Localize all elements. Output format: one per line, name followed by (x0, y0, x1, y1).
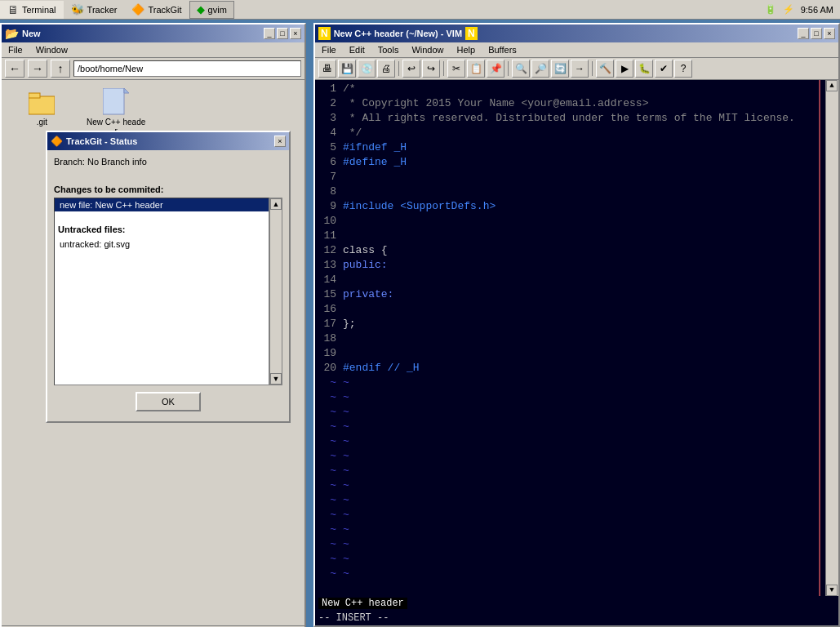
dialog-untracked-item-0[interactable]: untracked: git.svg (55, 238, 269, 251)
vim-window: N New C++ header (~/New) - VIM N _ □ × F… (313, 23, 840, 627)
vim-line-numbers: 12345 678910 1112131415 1617181920 ~ ~ ~… (315, 80, 340, 596)
vim-tb-find-btn[interactable]: 🔍 (512, 60, 530, 78)
fm-title: 📂 New (5, 27, 41, 40)
vim-editor[interactable]: 12345 678910 1112131415 1617181920 ~ ~ ~… (315, 80, 838, 596)
vim-title-text: New C++ header (~/New) - VIM (334, 29, 462, 38)
vim-tb-debug-btn[interactable]: 🐛 (635, 60, 653, 78)
dialog-scrollbar[interactable]: ▲ ▼ (269, 198, 282, 385)
vim-tb-redo-btn[interactable]: ↪ (422, 60, 440, 78)
dialog-change-item-0[interactable]: new file: New C++ header (55, 198, 269, 211)
vim-tb-help-btn[interactable]: ? (674, 60, 692, 78)
vim-tb-run-btn[interactable]: ▶ (616, 60, 633, 78)
vim-tb-cut-btn[interactable]: ✂ (447, 60, 465, 78)
dialog-title-text: TrackGit - Status (66, 136, 137, 146)
scrollbar-up-btn[interactable]: ▲ (270, 198, 282, 210)
fm-address-input[interactable] (73, 60, 301, 77)
vim-maximize-btn[interactable]: □ (811, 28, 822, 39)
power-icon: ⚡ (783, 4, 794, 15)
vim-tb-findnext-btn[interactable]: 🔎 (531, 60, 549, 78)
taskbar-terminal[interactable]: 🖥 Terminal (0, 1, 64, 19)
fm-up-btn[interactable]: ↑ (51, 60, 70, 78)
vim-statusbar: New C++ header (315, 596, 838, 611)
vim-title-icon: N (318, 27, 331, 40)
vim-menu-file[interactable]: File (315, 43, 343, 56)
vim-menu-help[interactable]: Help (451, 43, 482, 56)
fm-file-header-icon (103, 90, 129, 116)
vim-margin-line (819, 80, 820, 596)
svg-rect-0 (29, 96, 55, 114)
taskbar-tracker-label: Tracker (87, 5, 118, 15)
vim-tb-sep1 (398, 61, 399, 76)
vim-menu: File Edit Tools Window Help Buffers (315, 42, 838, 58)
fm-menu-file[interactable]: File (2, 43, 29, 56)
dialog-close-btn[interactable]: × (274, 136, 286, 147)
fm-maximize-btn[interactable]: □ (277, 28, 288, 39)
vim-tb-copy-btn[interactable]: 📋 (467, 60, 485, 78)
tracker-icon: 🐝 (71, 3, 84, 16)
vim-tb-print-btn[interactable]: 🖶 (318, 60, 336, 78)
vim-menu-edit[interactable]: Edit (343, 43, 371, 56)
vim-scrollbar[interactable]: ▲ ▼ (825, 80, 838, 596)
fm-forward-btn[interactable]: → (28, 60, 47, 78)
battery-icon: 🔋 (765, 4, 776, 15)
fm-toolbar: ← → ↑ (2, 58, 304, 80)
dialog-ok-area: OK (54, 385, 282, 415)
terminal-icon: 🖥 (7, 3, 19, 16)
vim-tb-sep3 (508, 61, 509, 76)
dialog-content: Branch: No Branch info Changes to be com… (47, 150, 289, 421)
fm-menu: File Window (2, 42, 304, 58)
fm-menu-window[interactable]: Window (29, 43, 74, 56)
vim-close-btn[interactable]: × (824, 28, 835, 39)
vim-tb-undo-btn[interactable]: ↩ (402, 60, 420, 78)
vim-menu-tools[interactable]: Tools (371, 43, 406, 56)
dialog-list[interactable]: new file: New C++ header Untracked files… (54, 198, 269, 385)
trackgit-dialog: 🔶 TrackGit - Status × Branch: No Branch … (46, 131, 291, 423)
vim-tb-save-btn[interactable]: 💾 (338, 60, 356, 78)
vim-code-area[interactable]: /* * Copyright 2015 Your Name <your@emai… (340, 80, 819, 596)
vim-tb-paste-btn[interactable]: 📌 (487, 60, 504, 78)
vim-tb-sep2 (443, 61, 444, 76)
svg-rect-2 (103, 88, 124, 114)
dialog-branch-line: Branch: No Branch info (54, 157, 282, 167)
vim-tb-sep4 (592, 61, 593, 76)
vim-minimize-btn[interactable]: _ (798, 28, 809, 39)
vim-tb-goto-btn[interactable]: → (571, 60, 589, 78)
dialog-changes-title: Changes to be commited: (54, 185, 282, 194)
vim-tb-compile-btn[interactable]: 🔨 (596, 60, 614, 78)
taskbar-right: 🔋 ⚡ 9:56 AM (765, 4, 840, 15)
clock: 9:56 AM (801, 5, 833, 15)
fm-close-btn[interactable]: × (290, 28, 301, 39)
vim-scrollbar-up[interactable]: ▲ (826, 80, 838, 91)
trackgit-icon: 🔶 (131, 3, 144, 16)
vim-scrollbar-track[interactable] (826, 91, 838, 585)
vim-status-filename: New C++ header (318, 598, 407, 609)
svg-marker-4 (124, 88, 129, 93)
vim-menu-window[interactable]: Window (405, 43, 450, 56)
vim-menu-buffers[interactable]: Buffers (482, 43, 523, 56)
vim-tb-print2-btn[interactable]: 🖨 (377, 60, 395, 78)
taskbar-terminal-label: Terminal (22, 5, 56, 15)
fm-title-icon: 📂 (5, 27, 19, 40)
fm-back-btn[interactable]: ← (5, 60, 24, 78)
dialog-titlebar: 🔶 TrackGit - Status × (47, 132, 289, 150)
taskbar-trackgit[interactable]: 🔶 TrackGit (124, 1, 189, 19)
gvim-icon: ◆ (197, 3, 205, 16)
dialog-branch-label: Branch: (54, 157, 85, 167)
dialog-ok-button[interactable]: OK (136, 392, 201, 411)
vim-tb-saveas-btn[interactable]: 💿 (358, 60, 376, 78)
vim-titlebar-btns: _ □ × (798, 28, 835, 39)
vim-title-icon2: N (465, 27, 478, 40)
svg-rect-1 (29, 93, 40, 98)
vim-tb-replace-btn[interactable]: 🔄 (551, 60, 569, 78)
taskbar-tracker[interactable]: 🐝 Tracker (64, 1, 125, 19)
scrollbar-down-btn[interactable]: ▼ (270, 373, 282, 385)
vim-scrollbar-down[interactable]: ▼ (826, 585, 838, 596)
vim-titlebar: N New C++ header (~/New) - VIM N _ □ × (315, 24, 838, 42)
dialog-list-container: new file: New C++ header Untracked files… (54, 198, 282, 385)
vim-right-margin (819, 80, 825, 596)
taskbar-gvim-label: gvim (208, 5, 227, 15)
dialog-title: 🔶 TrackGit - Status (51, 136, 137, 147)
vim-tb-spell-btn[interactable]: ✔ (655, 60, 673, 78)
fm-minimize-btn[interactable]: _ (264, 28, 275, 39)
taskbar-gvim[interactable]: ◆ gvim (189, 1, 234, 19)
